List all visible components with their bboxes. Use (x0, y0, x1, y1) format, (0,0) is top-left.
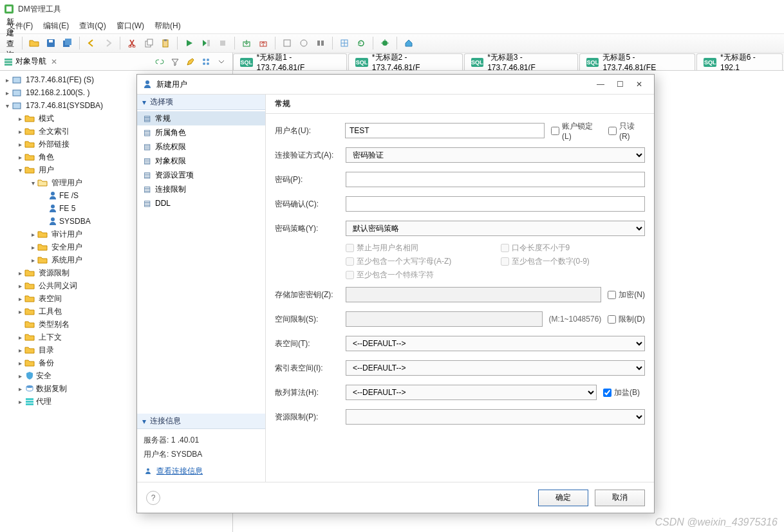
policy-check-4: 至少包含一个数字(0-9) (501, 256, 646, 267)
options-header[interactable]: ▾选择项 (137, 95, 265, 110)
dialog-title-bar: 新建用户 — ☐ ✕ (137, 75, 654, 94)
label-username: 用户名(U): (275, 125, 339, 136)
label-auth: 连接验证方式(A): (275, 150, 339, 161)
label-space-limit: 空间限制(S): (275, 314, 339, 325)
label-hash: 散列算法(H): (275, 387, 339, 398)
label-tablespace: 表空间(T): (275, 338, 339, 349)
maximize-icon[interactable]: ☐ (610, 77, 630, 92)
dialog-footer: ? 确定 取消 (137, 482, 654, 513)
dialog-sidebar: ▾选择项 ▤常规 ▤所属角色 ▤系统权限 ▤对象权限 ▤资源设置项 ▤连接限制 … (137, 95, 266, 482)
encrypt-checkbox[interactable]: 加密(N) (608, 289, 645, 300)
new-user-dialog: 新建用户 — ☐ ✕ ▾选择项 ▤常规 ▤所属角色 ▤系统权限 ▤对象权限 ▤资… (136, 74, 655, 513)
label-resource-limit: 资源限制(P): (275, 412, 339, 423)
readonly-checkbox[interactable]: 只读(R) (608, 121, 645, 141)
label-enc-key: 存储加密密钥(Z): (275, 289, 339, 300)
server-label: 服务器: (144, 436, 169, 445)
svg-point-45 (145, 80, 149, 84)
label-index-tablespace: 索引表空间(I): (275, 363, 339, 374)
option-conn-limit[interactable]: ▤连接限制 (137, 182, 265, 196)
username-input[interactable] (345, 123, 545, 138)
option-roles[interactable]: ▤所属角色 (137, 125, 265, 140)
view-conn-link[interactable]: 查看连接信息 (144, 464, 259, 478)
policy-check-5: 至少包含一个特殊字符 (346, 270, 490, 280)
form-header: 常规 (266, 95, 654, 114)
auth-select[interactable]: 密码验证 (346, 147, 645, 163)
server-value: 1 .40.01 (171, 436, 199, 445)
policy-check-3: 至少包含一个大写字母(A-Z) (346, 256, 490, 267)
salt-checkbox[interactable]: 加盐(B) (603, 387, 640, 398)
space-limit-hint: (M:1~1048576) (549, 315, 602, 324)
label-policy: 密码策略(Y): (275, 223, 339, 234)
option-sys-priv[interactable]: ▤系统权限 (137, 140, 265, 154)
policy-select[interactable]: 默认密码策略 (346, 221, 645, 236)
svg-point-46 (147, 468, 149, 471)
user-form: 用户名(U): 账户锁定(L) 只读(R) 连接验证方式(A): 密码验证 密码… (266, 114, 654, 482)
option-obj-priv[interactable]: ▤对象权限 (137, 154, 265, 168)
label-password-confirm: 密码确认(C): (275, 199, 339, 210)
index-tablespace-select[interactable]: <--DEFAULT--> (346, 360, 645, 376)
help-icon[interactable]: ? (146, 491, 160, 505)
label-password: 密码(P): (275, 174, 339, 185)
username-value: SYSDBA (171, 450, 203, 459)
option-general[interactable]: ▤常规 (137, 111, 265, 125)
password-input[interactable] (346, 172, 645, 187)
option-resource[interactable]: ▤资源设置项 (137, 168, 265, 182)
option-ddl[interactable]: ▤DDL (137, 196, 265, 210)
ok-button[interactable]: 确定 (538, 490, 588, 506)
dialog-title: 新建用户 (156, 79, 187, 90)
conn-info-header[interactable]: ▾连接信息 (137, 414, 265, 429)
limit-checkbox[interactable]: 限制(D) (608, 314, 645, 325)
enc-key-input (346, 287, 601, 302)
lock-checkbox[interactable]: 账户锁定(L) (551, 121, 602, 141)
username-label: 用户名: (144, 450, 169, 459)
tablespace-select[interactable]: <--DEFAULT--> (346, 336, 645, 351)
policy-check-1: 禁止与用户名相同 (346, 243, 490, 253)
policy-check-2: 口令长度不小于9 (501, 243, 646, 253)
hash-select[interactable]: <--DEFAULT--> (346, 385, 597, 400)
cancel-button[interactable]: 取消 (595, 490, 645, 506)
dialog-overlay: 新建用户 — ☐ ✕ ▾选择项 ▤常规 ▤所属角色 ▤系统权限 ▤对象权限 ▤资… (0, 0, 784, 532)
password-confirm-input[interactable] (346, 196, 645, 212)
resource-limit-select[interactable] (346, 409, 645, 425)
close-icon[interactable]: ✕ (630, 77, 649, 92)
minimize-icon[interactable]: — (591, 77, 610, 92)
space-limit-input (346, 311, 543, 327)
